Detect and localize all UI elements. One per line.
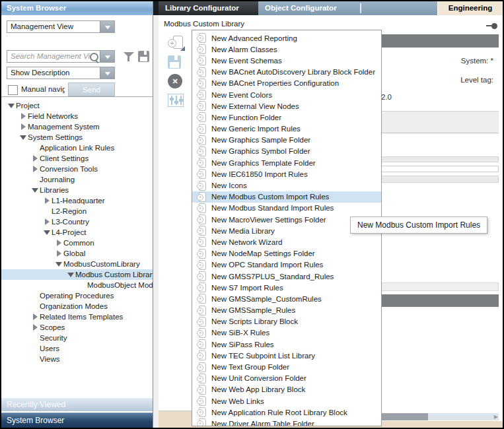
chevron-down-icon[interactable] (100, 67, 114, 79)
tree-item-conversion-tools[interactable]: Conversion Tools (1, 164, 153, 174)
scrollbar-thumb[interactable] (382, 413, 428, 420)
menu-item-new-gmssample-rules[interactable]: +New GMSSample_Rules (192, 305, 381, 316)
menu-item-new-web-links[interactable]: +New Web Links (192, 395, 381, 407)
tab-object-configurator[interactable]: Object Configurator (258, 1, 359, 15)
menu-item-new-function-folder[interactable]: +New Function Folder (192, 112, 381, 123)
tree-item-related-items-templates[interactable]: Related Items Templates (1, 312, 153, 322)
tab-library-configurator[interactable]: Library Configurator (159, 1, 258, 15)
tree-item-l4-project[interactable]: L4-Project (1, 227, 153, 238)
menu-item-new-gmss7plus-standard-rules[interactable]: +New GMSS7PLUS_Standard_Rules (192, 271, 381, 282)
tree-item-common[interactable]: Common (1, 238, 153, 248)
tree-item-l1-headquarter[interactable]: L1-Headquarter (1, 195, 153, 206)
expand-toggle-icon[interactable] (54, 238, 63, 248)
menu-item-new-unit-conversion-folder[interactable]: +New Unit Conversion Folder (192, 373, 381, 384)
menu-item-new-driver-alarm-table-folder[interactable]: +New Driver Alarm Table Folder (192, 418, 381, 426)
expand-toggle-icon[interactable] (18, 112, 28, 121)
menu-item-new-alarm-classes[interactable]: +New Alarm Classes (192, 44, 381, 55)
sliders-icon[interactable] (168, 94, 184, 107)
menu-item-new-graphics-sample-folder[interactable]: +New Graphics Sample Folder (192, 135, 381, 146)
tree-item-system-settings[interactable]: System Settings (1, 132, 153, 143)
expand-toggle-icon[interactable] (42, 217, 52, 226)
expand-toggle-icon[interactable] (30, 323, 40, 332)
expand-toggle-icon[interactable] (30, 312, 40, 321)
menu-item-new-nodemap-settings-folder[interactable]: +New NodeMap Settings Folder (192, 248, 381, 259)
menu-item-new-graphics-template-folder[interactable]: +New Graphics Template Folder (192, 157, 381, 168)
menu-item-new-sipass-rules[interactable]: +New SiPass Rules (192, 339, 381, 350)
pin-icon[interactable] (486, 23, 497, 29)
menu-item-new-sib-x-rules[interactable]: +New SiB-X Rules (192, 327, 381, 339)
menu-item-new-gmssample-customrules[interactable]: +New GMSSample_CustomRules (192, 293, 381, 304)
expand-toggle-icon[interactable] (30, 154, 40, 163)
menu-item-new-graphics-symbol-folder[interactable]: +New Graphics Symbol Folder (192, 146, 381, 157)
menu-item-new-modbus-standard-import-rules[interactable]: +New Modbus Standard Import Rules (192, 203, 381, 214)
menu-item-new-opc-standard-import-rules[interactable]: +New OPC Standard Import Rules (192, 259, 381, 271)
tree-item-views[interactable]: Views (1, 354, 153, 364)
expand-toggle-icon[interactable] (42, 228, 52, 237)
tree-item-label: Field Networks (28, 112, 78, 120)
system-browser-bar[interactable]: System Browser (1, 412, 153, 428)
tree-item-scopes[interactable]: Scopes (1, 322, 153, 333)
menu-item-new-icons[interactable]: +New Icons (192, 180, 381, 191)
tree-item-libraries[interactable]: Libraries (1, 185, 153, 195)
tree-spacer (30, 333, 40, 343)
cancel-icon[interactable]: ✕ (168, 74, 182, 88)
tree-item-users[interactable]: Users (1, 343, 153, 354)
menu-item-new-bacnet-autodiscovery-library-block-folder[interactable]: +New BACnet AutoDiscovery Library Block … (192, 67, 381, 78)
system-label: System: * (461, 57, 493, 65)
menu-item-new-web-app-library-block[interactable]: +New Web App Library Block (192, 384, 381, 395)
expand-toggle-icon[interactable] (30, 185, 40, 195)
tree-item-application-link-rules[interactable]: Application Link Rules (1, 143, 153, 153)
menu-item-new-application-rule-root-library-block[interactable]: +New Application Rule Root Library Block (192, 407, 381, 418)
expand-toggle-icon[interactable] (7, 101, 16, 110)
tree-item-management-system[interactable]: Management System (1, 121, 153, 132)
menu-item-new-scripts-library-block[interactable]: +New Scripts Library Block (192, 316, 381, 327)
expand-toggle-icon[interactable] (42, 196, 52, 205)
manual-navigation-checkbox[interactable] (8, 85, 18, 95)
menu-item-new-bacnet-properties-configuration[interactable]: +New BACnet Properties Configuration (192, 78, 381, 89)
menu-item-new-generic-import-rules[interactable]: +New Generic Import Rules (192, 123, 381, 135)
scroll-right-arrow-icon[interactable]: ▶ (494, 414, 498, 420)
chevron-down-icon[interactable] (100, 21, 114, 32)
description-dropdown[interactable]: Show Description (7, 67, 115, 79)
save-icon[interactable] (168, 55, 181, 69)
tree-item-project[interactable]: Project (1, 100, 153, 111)
expand-toggle-icon[interactable] (30, 164, 40, 174)
filter-icon[interactable] (123, 51, 134, 62)
tree-item-organization-modes[interactable]: Organization Modes (1, 301, 153, 312)
menu-item-new-tec-subpoint-list-library[interactable]: +New TEC Subpoint List Library (192, 350, 381, 361)
menu-item-new-external-view-nodes[interactable]: +New External View Nodes (192, 100, 381, 112)
menu-item-new-text-group-folder[interactable]: +New Text Group Folder (192, 361, 381, 372)
chevron-down-icon[interactable] (100, 51, 114, 62)
tree-item-global[interactable]: Global (1, 248, 153, 259)
tree-item-l2-region[interactable]: L2-Region (1, 206, 153, 216)
menu-item-new-event-colors[interactable]: +New Event Colors (192, 89, 381, 100)
tree-item-journaling[interactable]: Journaling (1, 174, 153, 185)
panel-splitter[interactable] (153, 15, 159, 428)
expand-toggle-icon[interactable] (18, 122, 28, 131)
tree-item-security[interactable]: Security (1, 333, 153, 343)
view-dropdown[interactable]: Management View (7, 20, 115, 33)
recently-viewed-bar[interactable]: Recently Viewed (1, 397, 153, 411)
engineering-mode-button[interactable]: Engineering (437, 1, 503, 15)
menu-item-new-iec61850-import-rules[interactable]: +New IEC61850 Import Rules (192, 168, 381, 180)
menu-item-new-modbus-custom-import-rules[interactable]: +New Modbus Custom Import Rules (192, 191, 381, 203)
expand-toggle-icon[interactable] (66, 270, 75, 279)
menu-item-new-event-schemas[interactable]: +New Event Schemas (192, 55, 381, 66)
save-search-icon[interactable] (138, 51, 149, 62)
tree-item-modbuscustomlibrary[interactable]: ModbusCustomLibrary (1, 259, 153, 269)
menu-item-new-advanced-reporting[interactable]: +New Advanced Reporting (192, 32, 381, 44)
search-input[interactable]: Search Management View (7, 50, 115, 63)
expand-toggle-icon[interactable] (54, 259, 63, 269)
tree-item-client-settings[interactable]: Client Settings (1, 153, 153, 164)
tree-item-modbusobject-model[interactable]: ModbusObject Model (1, 280, 153, 290)
menu-item-new-network-wizard[interactable]: +New Network Wizard (192, 236, 381, 248)
new-item-icon[interactable]: + (168, 35, 185, 52)
expand-toggle-icon[interactable] (54, 249, 63, 258)
send-button[interactable]: Send (68, 82, 115, 96)
tree-item-modbus-custom-library[interactable]: Modbus Custom Library (1, 269, 153, 280)
menu-item-new-s7-import-rules[interactable]: +New S7 Import Rules (192, 282, 381, 293)
tree-item-l3-country[interactable]: L3-Country (1, 216, 153, 227)
tree-item-field-networks[interactable]: Field Networks (1, 111, 153, 121)
tree-item-operating-procedures[interactable]: Operating Procedures (1, 290, 153, 301)
expand-toggle-icon[interactable] (18, 133, 28, 142)
